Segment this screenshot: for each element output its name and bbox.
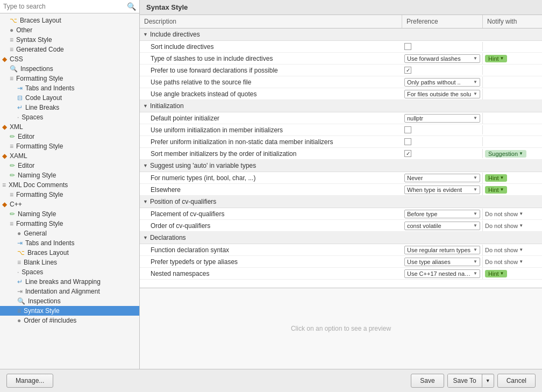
section-header-suggest-auto[interactable]: ▼Suggest using 'auto' in variable types <box>140 160 542 172</box>
tree-item-css[interactable]: ◆ CSS <box>0 54 139 64</box>
tree-item-cpp-general[interactable]: ● General <box>0 229 139 238</box>
tree-item-css-inspections[interactable]: 🔍 Inspections <box>0 64 139 74</box>
dropdown-include-directives-1[interactable]: Use forward slashes▼ <box>404 54 480 63</box>
setting-row-initialization-2: Prefer uniform initialization in non-sta… <box>140 136 542 148</box>
section-header-include-directives[interactable]: ▼Include directives <box>140 28 542 41</box>
dropdown-cv-qualifiers-1[interactable]: const volatile▼ <box>404 222 480 230</box>
checkbox-initialization-2[interactable] <box>404 138 411 145</box>
tree-item-cpp[interactable]: ◆ C++ <box>0 199 139 209</box>
tree-item-cpp-formatting[interactable]: ≡ Formatting Style <box>0 219 139 229</box>
notify-text-declarations-0[interactable]: Do not show▼ <box>485 247 523 253</box>
save-button[interactable]: Save <box>411 374 444 388</box>
notify-badge-suggest-auto-1[interactable]: Hint▼ <box>485 186 507 194</box>
tree-item-css-formatting[interactable]: ≡ Formatting Style <box>0 74 139 83</box>
tree-label-cpp-formatting: Formatting Style <box>16 220 63 227</box>
tree-label-xml: XML <box>10 123 23 131</box>
checkbox-include-directives-2[interactable]: ✓ <box>404 67 411 74</box>
checkbox-include-directives-0[interactable] <box>404 43 411 50</box>
bottom-bar: Manage... Save Save To ▼ Cancel <box>0 369 542 392</box>
tree-item-cpp-syntax-style[interactable]: ≡ Syntax Style <box>0 306 139 316</box>
notify-badge-include-directives-1[interactable]: Hint▼ <box>485 55 507 62</box>
tree-item-xaml-editor[interactable]: ✏ Editor <box>0 161 139 170</box>
badge-arrow-icon: ▼ <box>500 175 504 180</box>
setting-notify-suggest-auto-1: Hint▼ <box>483 185 542 195</box>
tree-item-cpp-line-breaks[interactable]: ↵ Line breaks and Wrapping <box>0 277 139 287</box>
dropdown-initialization-0[interactable]: nullptr▼ <box>404 114 480 123</box>
tree-item-syntax-style[interactable]: ≡ Syntax Style <box>0 35 139 45</box>
tree-item-other[interactable]: ● Other <box>0 25 139 35</box>
tree-icon-css-formatting: ≡ <box>10 75 13 82</box>
header-description: Description <box>140 15 402 28</box>
section-header-initialization[interactable]: ▼Initialization <box>140 100 542 112</box>
notify-text-declarations-1[interactable]: Do not show▼ <box>485 259 523 265</box>
dropdown-declarations-0[interactable]: Use regular return types▼ <box>404 246 480 254</box>
tree-item-cpp-inspections[interactable]: 🔍 Inspections <box>0 296 139 306</box>
tree-item-xaml[interactable]: ◆ XAML <box>0 151 139 161</box>
tree-label-syntax-style: Syntax Style <box>16 36 52 44</box>
dropdown-include-directives-3[interactable]: Only paths without ..▼ <box>404 78 480 87</box>
notify-badge-suggestion-initialization-3[interactable]: Suggestion▼ <box>485 150 526 158</box>
manage-button[interactable]: Manage... <box>6 374 53 388</box>
dropdown-cv-qualifiers-0[interactable]: Before type▼ <box>404 210 480 218</box>
setting-notify-cv-qualifiers-1: Do not show▼ <box>483 222 542 230</box>
tree-label-cpp-inspections: Inspections <box>28 297 61 305</box>
dropdown-declarations-1[interactable]: Use type aliases▼ <box>404 258 480 266</box>
tree-label-other: Other <box>16 26 32 34</box>
notify-badge-suggest-auto-0[interactable]: Hint▼ <box>485 174 507 182</box>
tree-item-xmldoc-formatting[interactable]: ≡ Formatting Style <box>0 190 139 199</box>
search-input[interactable] <box>3 3 127 10</box>
tree-item-css-code-layout[interactable]: ⊟ Code Layout <box>0 93 139 103</box>
content-area: 🔍 ⌥ Braces Layout ● Other ≡ Syntax Style… <box>0 0 542 369</box>
dropdown-arrow-icon: ▼ <box>473 271 477 276</box>
save-to-label[interactable]: Save To <box>448 374 482 387</box>
save-to-arrow-icon[interactable]: ▼ <box>482 375 494 386</box>
setting-label-declarations-0: Function declaration syntax <box>140 245 402 255</box>
tree-item-generated-code[interactable]: ≡ Generated Code <box>0 45 139 54</box>
search-icon: 🔍 <box>127 2 136 11</box>
tree-item-cpp-indentation[interactable]: ⇥ Indentation and Alignment <box>0 287 139 296</box>
right-panel: Syntax Style Description Preference Noti… <box>140 0 542 369</box>
checkbox-initialization-3[interactable]: ✓ <box>404 150 411 157</box>
tree-item-braces-layout[interactable]: ⌥ Braces Layout <box>0 16 139 25</box>
tree-item-cpp-braces[interactable]: ⌥ Braces Layout <box>0 248 139 258</box>
save-to-button[interactable]: Save To ▼ <box>447 374 494 388</box>
dropdown-arrow-icon: ▼ <box>473 56 477 61</box>
dropdown-declarations-2[interactable]: Use C++17 nested name▼ <box>404 269 480 278</box>
tree-item-css-tabs[interactable]: ⇥ Tabs and Indents <box>0 83 139 93</box>
tree-label-css-spaces: Spaces <box>22 113 43 121</box>
check-mark: ✓ <box>406 67 410 73</box>
tree-item-xml-editor[interactable]: ✏ Editor <box>0 132 139 141</box>
setting-row-include-directives-0: Sort include directives <box>140 41 542 53</box>
dropdown-include-directives-4[interactable]: For files outside the solu▼ <box>404 90 480 98</box>
tree-item-cpp-blank-lines[interactable]: ≡ Blank Lines <box>0 258 139 267</box>
bottom-right: Save Save To ▼ Cancel <box>411 374 536 388</box>
dropdown-suggest-auto-1[interactable]: When type is evident▼ <box>404 186 480 194</box>
section-header-declarations[interactable]: ▼Declarations <box>140 232 542 244</box>
section-label-declarations: Declarations <box>150 234 186 241</box>
tree-item-cpp-spaces[interactable]: · Spaces <box>0 267 139 277</box>
tree-icon-cpp-order-includes: ● <box>17 317 21 324</box>
checkbox-initialization-1[interactable] <box>404 126 411 133</box>
tree-item-cpp-tabs[interactable]: ⇥ Tabs and Indents <box>0 238 139 248</box>
cancel-button[interactable]: Cancel <box>497 374 536 388</box>
tree-item-cpp-naming[interactable]: ✏ Naming Style <box>0 209 139 219</box>
tree-icon-xaml: ◆ <box>2 152 7 160</box>
tree-item-xml[interactable]: ◆ XML <box>0 122 139 132</box>
notify-badge-declarations-2[interactable]: Hint▼ <box>485 270 507 277</box>
dropdown-text-declarations-2: Use C++17 nested name <box>407 270 472 277</box>
tree-item-css-spaces[interactable]: · Spaces <box>0 112 139 122</box>
notify-text-cv-qualifiers-0[interactable]: Do not show▼ <box>485 211 523 217</box>
setting-control-initialization-1 <box>402 125 483 134</box>
tree-icon-cpp-braces: ⌥ <box>17 249 25 256</box>
dropdown-text-declarations-1: Use type aliases <box>407 259 472 265</box>
tree-item-css-line-breaks[interactable]: ↵ Line Breaks <box>0 103 139 112</box>
tree-item-xml-formatting[interactable]: ≡ Formatting Style <box>0 141 139 151</box>
tree-item-cpp-order-includes[interactable]: ● Order of #includes <box>0 316 139 325</box>
setting-control-cv-qualifiers-1: const volatile▼ <box>402 220 483 231</box>
tree-item-xmldoc[interactable]: ≡ XML Doc Comments <box>0 180 139 190</box>
section-header-cv-qualifiers[interactable]: ▼Position of cv-qualifiers <box>140 196 542 208</box>
dropdown-arrow-icon: ▼ <box>473 91 477 96</box>
tree-item-xaml-naming[interactable]: ✏ Naming Style <box>0 170 139 180</box>
dropdown-suggest-auto-0[interactable]: Never▼ <box>404 174 480 182</box>
notify-text-cv-qualifiers-1[interactable]: Do not show▼ <box>485 223 523 229</box>
